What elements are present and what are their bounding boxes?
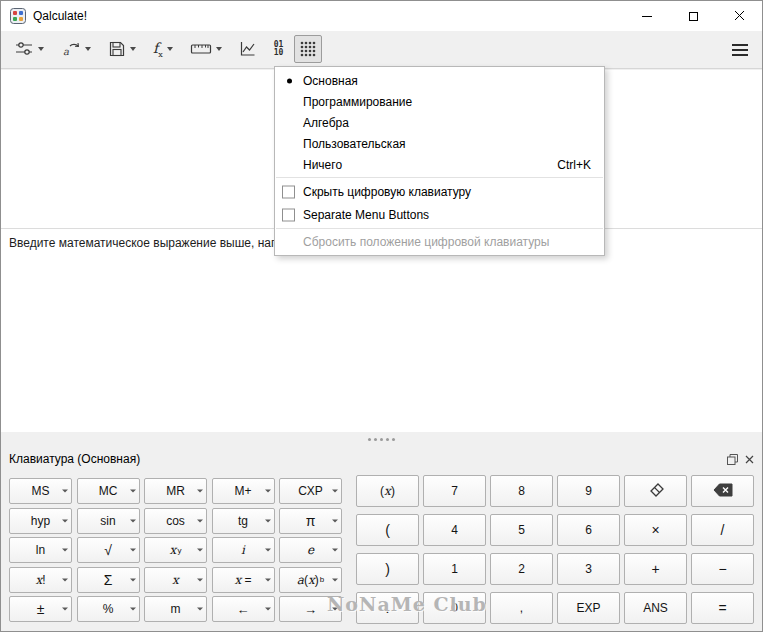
key-percent[interactable]: % [77, 596, 140, 622]
splitter-handle[interactable] [1, 432, 762, 447]
key-8[interactable]: 8 [490, 475, 553, 507]
close-icon [734, 7, 745, 25]
menu-item-алгебра[interactable]: Алгебра [275, 112, 604, 133]
key-x-variable[interactable]: x [144, 567, 207, 593]
clear-icon [647, 482, 665, 501]
chevron-down-icon [130, 549, 136, 552]
key-7[interactable]: 7 [423, 475, 486, 507]
chevron-down-icon [332, 549, 338, 552]
key-plus-minus[interactable]: ± [9, 596, 72, 622]
menu-item-скрыть-цифровую-клавиатуру[interactable]: Скрыть цифровую клавиатуру [275, 180, 604, 203]
key-2[interactable]: 2 [490, 553, 553, 585]
key-3[interactable]: 3 [557, 553, 620, 585]
key-multiply[interactable]: × [624, 514, 687, 546]
chevron-down-icon [197, 490, 203, 493]
key-ms[interactable]: MS [9, 478, 72, 504]
plot-button[interactable] [233, 35, 263, 63]
key-hyp[interactable]: hyp [9, 508, 72, 534]
minimize-button[interactable] [624, 1, 670, 31]
key-sum[interactable]: Σ [77, 567, 140, 593]
keypad-menu: ОсновнаяПрограммированиеАлгебраПользоват… [274, 66, 605, 256]
menu-item-shortcut: Ctrl+K [537, 158, 591, 172]
menu-item-separate-menu-buttons[interactable]: Separate Menu Buttons [275, 203, 604, 226]
key-equals[interactable]: = [691, 592, 754, 624]
key-tg[interactable]: tg [212, 508, 275, 534]
menu-item-label: Алгебра [303, 116, 349, 130]
window-controls [624, 1, 762, 31]
key-exp[interactable]: EXP [557, 592, 620, 624]
key-9[interactable]: 9 [557, 475, 620, 507]
key-open-paren[interactable]: ( [356, 514, 419, 546]
convert-icon: a [61, 40, 81, 58]
chevron-down-icon [265, 608, 271, 611]
key-1[interactable]: 1 [423, 553, 486, 585]
chevron-down-icon [265, 519, 271, 522]
menu-item-label: Основная [303, 74, 358, 88]
key-mc[interactable]: MC [77, 478, 140, 504]
key-close-paren[interactable]: ) [356, 553, 419, 585]
key-ln[interactable]: ln [9, 537, 72, 563]
keypad-menu-button[interactable] [294, 35, 322, 63]
key-assign[interactable]: x = [212, 567, 275, 593]
close-button[interactable] [716, 1, 762, 31]
key-function-apply[interactable]: a(x)b [279, 567, 342, 593]
chevron-down-icon [197, 578, 203, 581]
number-bases-button[interactable]: 0110 [268, 35, 290, 63]
menu-separator [276, 177, 603, 178]
mode-icon [14, 40, 34, 58]
key-m-plus[interactable]: M+ [212, 478, 275, 504]
key-imaginary-unit[interactable]: i [212, 537, 275, 563]
menu-item-label: Separate Menu Buttons [303, 208, 429, 222]
key-cxp[interactable]: CXP [279, 478, 342, 504]
chevron-down-icon [62, 549, 68, 552]
menu-item-ничего[interactable]: НичегоCtrl+K [275, 154, 604, 175]
toolbar: afx0110 [1, 31, 762, 69]
menu-item-label: Сбросить положение цифровой клавиатуры [303, 235, 549, 249]
main-menu-button[interactable] [725, 36, 755, 64]
key-4[interactable]: 4 [423, 514, 486, 546]
key-6[interactable]: 6 [557, 514, 620, 546]
menu-item-основная[interactable]: Основная [275, 70, 604, 91]
menu-item-пользовательская[interactable]: Пользовательская [275, 133, 604, 154]
mode-button[interactable] [8, 35, 50, 63]
chevron-down-icon [332, 519, 338, 522]
units-icon [190, 40, 212, 58]
key-cos[interactable]: cos [144, 508, 207, 534]
key-m[interactable]: m [144, 596, 207, 622]
menu-item-label: Скрыть цифровую клавиатуру [303, 185, 471, 199]
key-e-constant[interactable]: e [279, 537, 342, 563]
key-ans[interactable]: ANS [624, 592, 687, 624]
chevron-down-icon [130, 519, 136, 522]
checkbox-icon [282, 185, 295, 198]
menu-separator [276, 228, 603, 229]
dock-close-button[interactable] [745, 455, 754, 464]
key-divide[interactable]: / [691, 514, 754, 546]
key-arrow-left[interactable]: ← [212, 596, 275, 622]
key-5[interactable]: 5 [490, 514, 553, 546]
convert-button[interactable]: a [55, 35, 97, 63]
menu-item-программирование[interactable]: Программирование [275, 91, 604, 112]
key-plus[interactable]: + [624, 553, 687, 585]
key-pi[interactable]: π [279, 508, 342, 534]
chevron-down-icon [130, 490, 136, 493]
dock-float-button[interactable] [727, 454, 738, 465]
key-power[interactable]: xy [144, 537, 207, 563]
chevron-down-icon [62, 578, 68, 581]
save-button[interactable] [102, 35, 142, 63]
functions-button[interactable]: fx [147, 35, 179, 64]
key-comma[interactable]: , [490, 592, 553, 624]
key-variables[interactable]: (x) [356, 475, 419, 507]
key-clear[interactable] [624, 475, 687, 507]
chevron-down-icon [130, 47, 136, 51]
maximize-button[interactable] [670, 1, 716, 31]
key-sqrt[interactable]: √ [77, 537, 140, 563]
key-sin[interactable]: sin [77, 508, 140, 534]
key-minus[interactable]: − [691, 553, 754, 585]
units-button[interactable] [184, 35, 228, 63]
key-factorial[interactable]: x! [9, 567, 72, 593]
key-backspace[interactable] [691, 475, 754, 507]
keyboard-panel-title: Клавиатура (Основная) [9, 452, 140, 466]
chevron-down-icon [38, 47, 44, 51]
key-mr[interactable]: MR [144, 478, 207, 504]
titlebar: Qalculate! [1, 1, 762, 31]
